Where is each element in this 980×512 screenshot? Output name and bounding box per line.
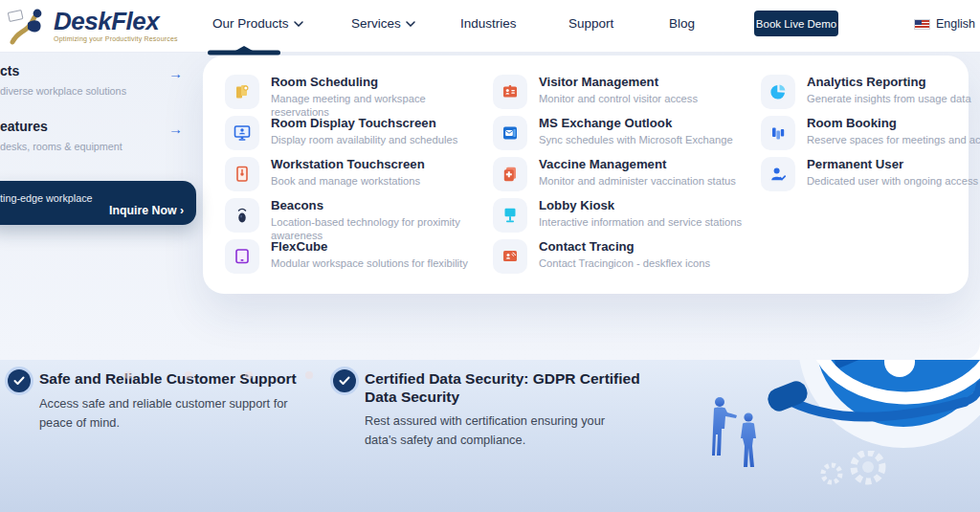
menu-item-beacons[interactable]: Beacons Location-based technology for pr… xyxy=(225,198,481,242)
chevron-down-icon xyxy=(406,21,415,27)
menu-item-room-display-touchscreen[interactable]: Room Display Touchscreen Display room av… xyxy=(225,116,481,150)
menu-item-vaccine-management[interactable]: Vaccine Management Monitor and administe… xyxy=(493,157,749,191)
menu-item-room-booking[interactable]: Room Booking Reserve spaces for meetings… xyxy=(761,116,980,150)
menu-item-permanent-user[interactable]: Permanent User Dedicated user with ongoi… xyxy=(761,157,980,191)
menu-item-analytics-reporting[interactable]: Analytics Reporting Generate insights fr… xyxy=(761,75,980,109)
chevron-down-icon xyxy=(294,21,303,27)
room-display-touchscreen-icon xyxy=(225,116,259,150)
menu-item-contact-tracing[interactable]: Contact Tracing Contact Tracingicon - de… xyxy=(493,239,749,274)
menu-item-visitor-management[interactable]: Visitor Management Monitor and control v… xyxy=(493,75,749,109)
check-icon xyxy=(333,369,358,394)
sidebar-item-features[interactable]: eatures desks, rooms & equipment xyxy=(0,119,122,152)
menu-item-lobby-kiosk[interactable]: Lobby Kiosk Interactive information and … xyxy=(493,198,749,233)
workstation-touchscreen-icon xyxy=(225,157,259,191)
sidebar-item-products[interactable]: cts diverse workplace solutions xyxy=(0,63,126,97)
feature-data-security: Certified Data Security: GDPR Certified … xyxy=(333,369,639,394)
brand-name: DeskFlex xyxy=(54,9,178,33)
check-icon xyxy=(8,369,33,394)
feature-title: Certified Data Security: GDPR Certified … xyxy=(365,369,642,407)
room-booking-icon xyxy=(761,116,795,150)
arrow-right-icon[interactable]: → xyxy=(168,121,183,137)
nav-blog[interactable]: Blog xyxy=(669,16,695,31)
flexcube-icon xyxy=(225,239,259,274)
feature-description: Access safe and reliable customer suppor… xyxy=(39,394,305,434)
permanent-user-icon xyxy=(761,157,795,191)
menu-item-workstation-touchscreen[interactable]: Workstation Touchscreen Book and manage … xyxy=(225,157,481,191)
features-section: Safe and Reliable Customer Support Acces… xyxy=(0,360,980,512)
menu-item-room-scheduling[interactable]: Room Scheduling Manage meeting and works… xyxy=(225,75,481,119)
nav-our-products[interactable]: Our Products xyxy=(212,16,303,31)
vaccine-management-icon xyxy=(493,157,527,191)
deskflex-logo-icon xyxy=(8,5,50,45)
language-selector[interactable]: English xyxy=(914,17,975,31)
chevron-right-icon: › xyxy=(180,204,184,217)
arrow-right-icon[interactable]: → xyxy=(168,65,183,81)
language-label: English xyxy=(936,17,975,31)
decorative-dots xyxy=(124,371,313,379)
room-scheduling-icon xyxy=(225,75,259,109)
nav-support[interactable]: Support xyxy=(568,16,613,31)
contact-tracing-icon xyxy=(493,239,527,274)
ms-exchange-outlook-icon xyxy=(493,116,527,150)
analytics-reporting-icon xyxy=(761,75,795,109)
brand-tagline: Optimizing your Productivity Resources xyxy=(54,35,178,42)
menu-item-ms-exchange-outlook[interactable]: MS Exchange Outlook Sync schedules with … xyxy=(493,116,749,150)
inquire-banner[interactable]: ting-edge workplace Inquire Now › xyxy=(0,181,196,225)
book-live-demo-button[interactable]: Book Live Demo xyxy=(754,11,838,36)
active-tab-indicator xyxy=(208,42,280,59)
page: DeskFlex Optimizing your Productivity Re… xyxy=(0,0,980,512)
logo[interactable]: DeskFlex Optimizing your Productivity Re… xyxy=(8,5,178,45)
nav-industries[interactable]: Industries xyxy=(460,16,517,31)
header: DeskFlex Optimizing your Productivity Re… xyxy=(0,0,980,53)
visitor-management-icon xyxy=(493,75,527,109)
us-flag-icon xyxy=(914,19,930,30)
menu-item-flexcube[interactable]: FlexCube Modular workspace solutions for… xyxy=(225,239,481,274)
inquire-now-link[interactable]: Inquire Now › xyxy=(109,204,184,217)
people-silhouettes xyxy=(706,396,773,479)
lobby-kiosk-icon xyxy=(493,198,527,233)
beacons-icon xyxy=(225,198,259,233)
feature-description: Rest assured with certification ensuring… xyxy=(365,412,636,451)
nav-services[interactable]: Services xyxy=(351,16,415,31)
gears-icon xyxy=(809,451,900,493)
